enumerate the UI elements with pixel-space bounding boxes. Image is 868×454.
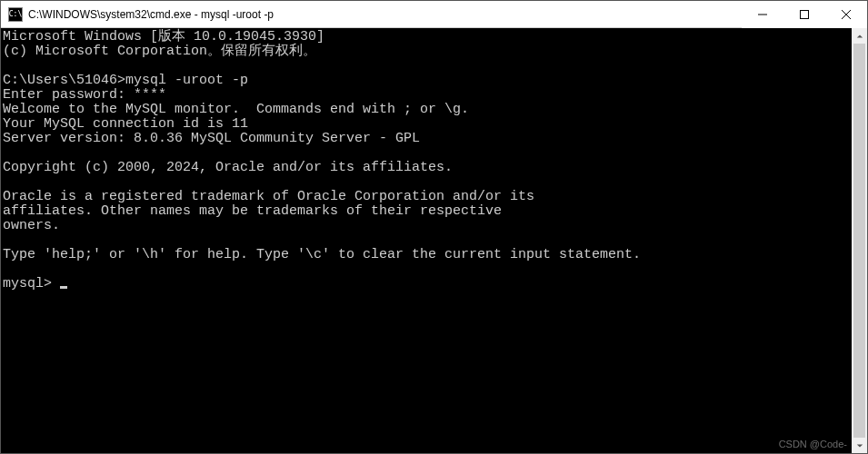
terminal-line: Your MySQL connection id is 11: [3, 117, 852, 132]
maximize-icon: [800, 10, 809, 19]
chevron-up-icon: [856, 33, 863, 40]
scroll-track[interactable]: [852, 44, 867, 438]
terminal-line: affiliates. Other names may be trademark…: [3, 204, 852, 219]
terminal-line: Copyright (c) 2000, 2024, Oracle and/or …: [3, 161, 852, 175]
minimize-icon: [758, 10, 767, 19]
terminal-line: C:\Users\51046>mysql -uroot -p: [3, 74, 852, 88]
terminal-output[interactable]: Microsoft Windows [版本 10.0.19045.3930](c…: [1, 28, 852, 453]
terminal-line: Welcome to the MySQL monitor. Commands e…: [3, 103, 852, 117]
svg-rect-1: [801, 11, 809, 19]
terminal-line: owners.: [3, 219, 852, 233]
close-icon: [842, 10, 851, 19]
scroll-thumb[interactable]: [853, 44, 865, 438]
app-icon: C:\: [8, 7, 23, 22]
scroll-up-button[interactable]: [852, 28, 867, 44]
terminal-line: Microsoft Windows [版本 10.0.19045.3930]: [3, 30, 852, 44]
svg-rect-0: [758, 15, 767, 15]
client-area: Microsoft Windows [版本 10.0.19045.3930](c…: [1, 28, 867, 453]
terminal-line: [3, 59, 852, 74]
titlebar[interactable]: C:\ C:\WINDOWS\system32\cmd.exe - mysql …: [1, 1, 867, 28]
terminal-prompt-line[interactable]: mysql>: [3, 277, 852, 291]
window-title: C:\WINDOWS\system32\cmd.exe - mysql -uro…: [28, 8, 742, 21]
maximize-button[interactable]: [783, 1, 825, 28]
terminal-line: [3, 262, 852, 277]
terminal-line: [3, 146, 852, 161]
cursor: [60, 286, 67, 289]
scroll-down-button[interactable]: [852, 438, 867, 453]
close-button[interactable]: [825, 1, 867, 28]
terminal-line: [3, 233, 852, 248]
terminal-line: (c) Microsoft Corporation。保留所有权利。: [3, 44, 852, 59]
mysql-prompt: mysql>: [3, 276, 60, 291]
cmd-window: C:\ C:\WINDOWS\system32\cmd.exe - mysql …: [0, 0, 868, 454]
chevron-down-icon: [856, 442, 863, 449]
minimize-button[interactable]: [742, 1, 783, 28]
vertical-scrollbar[interactable]: [852, 28, 867, 453]
terminal-line: Enter password: ****: [3, 88, 852, 103]
terminal-line: Oracle is a registered trademark of Orac…: [3, 190, 852, 204]
terminal-line: Server version: 8.0.36 MySQL Community S…: [3, 132, 852, 146]
window-controls: [742, 1, 867, 27]
terminal-line: [3, 175, 852, 190]
terminal-line: Type 'help;' or '\h' for help. Type '\c'…: [3, 248, 852, 262]
